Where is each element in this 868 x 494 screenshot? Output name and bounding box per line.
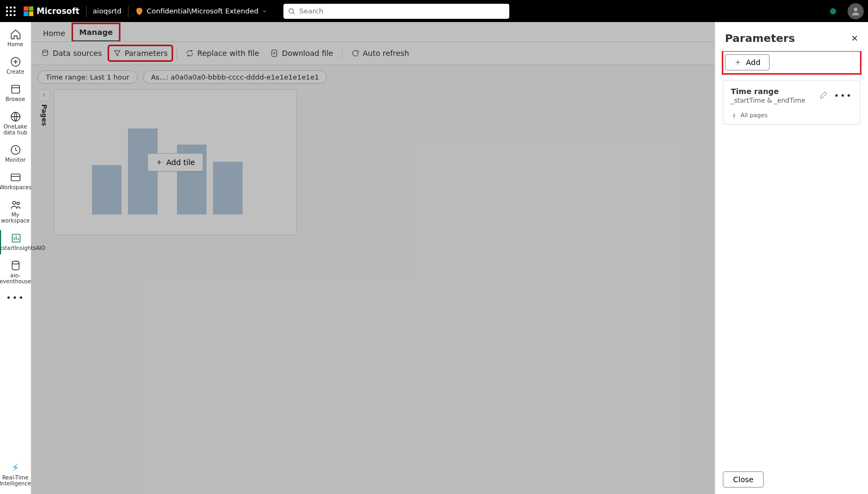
search-wrapper — [283, 4, 509, 19]
nav-create[interactable]: Create — [1, 54, 31, 78]
nav-label: Browse — [5, 96, 25, 102]
dashboard-icon — [10, 232, 22, 244]
scope-label: All pages — [741, 112, 767, 119]
workspace-name[interactable]: aioqsrtd — [93, 7, 122, 15]
app-launcher-icon[interactable] — [4, 5, 17, 18]
edit-parameter-icon[interactable] — [820, 91, 828, 101]
pin-icon — [731, 112, 737, 119]
parameter-subtitle: _startTime & _endTime — [731, 97, 805, 104]
parameters-panel: Parameters ✕ Add Time range _startTime &… — [715, 22, 868, 494]
presence-indicator[interactable] — [829, 8, 837, 15]
plus-icon — [734, 59, 742, 66]
nav-label: Monitor — [5, 157, 25, 163]
shield-icon — [135, 7, 144, 16]
svg-point-1 — [10, 6, 12, 9]
nav-eventhouse[interactable]: aio-eventhouse — [1, 257, 31, 288]
home-icon — [10, 28, 22, 40]
svg-point-9 — [830, 8, 836, 15]
workspaces-icon — [10, 171, 22, 183]
nav-label: Workspaces — [0, 184, 31, 190]
database-icon — [10, 260, 22, 271]
svg-point-3 — [6, 10, 8, 12]
svg-rect-12 — [11, 85, 19, 94]
svg-point-6 — [6, 14, 8, 16]
people-icon — [10, 199, 22, 211]
parameter-scope: All pages — [731, 112, 852, 119]
panel-close-button[interactable]: Close — [723, 471, 764, 488]
nav-onelake[interactable]: OneLake data hub — [1, 109, 31, 139]
svg-point-8 — [13, 14, 16, 16]
lightning-icon: ⚡ — [11, 462, 19, 474]
left-navigation: Home Create Browse OneLake data hub Moni… — [0, 22, 31, 494]
divider — [86, 5, 87, 17]
parameter-card[interactable]: Time range _startTime & _endTime ••• Al — [723, 80, 860, 125]
svg-point-17 — [17, 202, 19, 205]
nav-label: OneLake data hub — [1, 124, 31, 135]
svg-point-4 — [10, 10, 12, 12]
nav-home[interactable]: Home — [1, 26, 31, 51]
nav-realtime-intelligence[interactable]: ⚡ Real-Time Intelligence — [1, 460, 31, 490]
svg-point-10 — [854, 8, 858, 11]
browse-icon — [10, 83, 22, 95]
button-label: Add — [746, 58, 760, 67]
user-avatar[interactable] — [848, 3, 864, 19]
nav-workspaces[interactable]: Workspaces — [1, 169, 31, 194]
parameter-title: Time range — [731, 87, 805, 96]
panel-title: Parameters — [725, 32, 795, 45]
svg-point-19 — [12, 261, 19, 264]
main-content: Home Manage Data sources Parameters Repl… — [31, 22, 868, 494]
monitor-icon — [10, 144, 22, 156]
sensitivity-label: Confidential\Microsoft Extended — [147, 7, 259, 15]
svg-point-0 — [6, 6, 8, 9]
nav-label: My workspace — [1, 212, 31, 224]
svg-point-7 — [10, 14, 12, 16]
svg-rect-15 — [11, 174, 20, 181]
nav-browse[interactable]: Browse — [1, 81, 31, 105]
svg-point-16 — [12, 202, 16, 205]
microsoft-logo: Microsoft — [24, 6, 80, 16]
parameter-more-icon[interactable]: ••• — [834, 91, 852, 101]
plus-circle-icon — [10, 56, 22, 68]
add-parameter-button[interactable]: Add — [725, 54, 770, 70]
nav-label: Real-Time Intelligence — [0, 475, 31, 486]
add-parameter-highlight: Add — [723, 51, 860, 74]
nav-label: aio-eventhouse — [0, 273, 31, 284]
svg-point-5 — [13, 10, 16, 12]
nav-quickstart-insights[interactable]: QuickstartInsightsAIO — [0, 230, 30, 254]
nav-my-workspace[interactable]: My workspace — [1, 197, 31, 227]
panel-close-icon[interactable]: ✕ — [851, 33, 858, 44]
nav-more[interactable]: ••• — [6, 293, 24, 303]
divider — [128, 5, 129, 17]
global-header: Microsoft aioqsrtd Confidential\Microsof… — [0, 0, 868, 22]
globe-icon — [10, 111, 22, 123]
microsoft-logo-icon — [24, 6, 33, 16]
chevron-down-icon — [262, 9, 267, 14]
svg-point-2 — [13, 6, 16, 9]
search-input[interactable] — [283, 4, 509, 19]
nav-label: Home — [8, 41, 24, 47]
sensitivity-selector[interactable]: Confidential\Microsoft Extended — [135, 7, 267, 16]
nav-label: Create — [6, 69, 24, 75]
nav-monitor[interactable]: Monitor — [1, 142, 31, 166]
brand-text: Microsoft — [37, 6, 80, 16]
